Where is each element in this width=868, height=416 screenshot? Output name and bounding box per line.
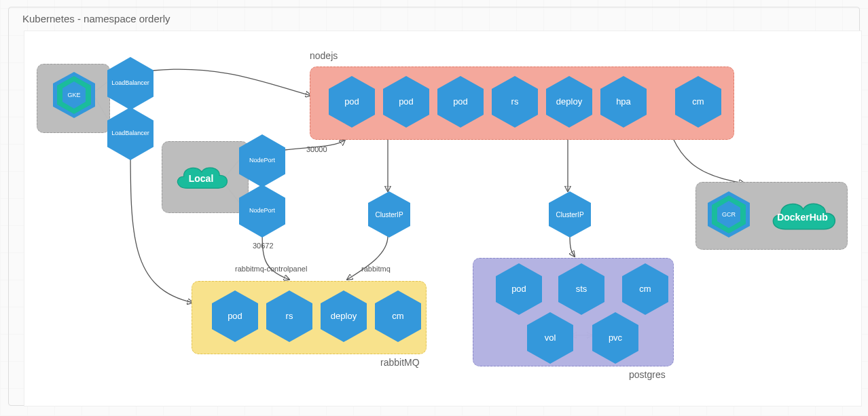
diagram-frame: Kubernetes - namespace orderly (8, 7, 860, 406)
diagram-title: Kubernetes - namespace orderly (22, 13, 170, 24)
edge-label-30672: 30672 (253, 242, 274, 250)
diagram-canvas: GKE LoadBalancer LoadBalancer nodejs pod… (24, 31, 862, 406)
node-loadbalancer-1[interactable]: LoadBalancer (107, 57, 153, 110)
node-loadbalancer-1-label: LoadBalancer (111, 80, 149, 87)
node-dockerhub-label: DockerHub (777, 212, 828, 223)
edge-label-30000: 30000 (306, 145, 327, 153)
node-clusterip-postgres[interactable]: ClusterIP (549, 191, 591, 238)
group-postgres-label: postgres (629, 369, 666, 380)
node-loadbalancer-2-label: LoadBalancer (111, 130, 149, 137)
group-rabbitmq-label: rabbitMQ (380, 357, 420, 368)
edge-label-rabbit: rabbitmq (361, 265, 391, 273)
node-loadbalancer-2[interactable]: LoadBalancer (107, 107, 153, 160)
group-nodejs-label: nodejs (310, 50, 338, 61)
node-clusterip-rabbit[interactable]: ClusterIP (368, 191, 410, 238)
edge-label-rabbit-cp: rabbitmq-controlpanel (235, 265, 307, 273)
node-local-label: Local (189, 173, 214, 184)
node-dockerhub-cloud[interactable]: DockerHub (763, 198, 842, 236)
node-gke[interactable]: GKE (53, 72, 95, 118)
node-local-cloud[interactable]: Local (170, 162, 232, 195)
node-gcr[interactable]: GCR (708, 191, 750, 238)
